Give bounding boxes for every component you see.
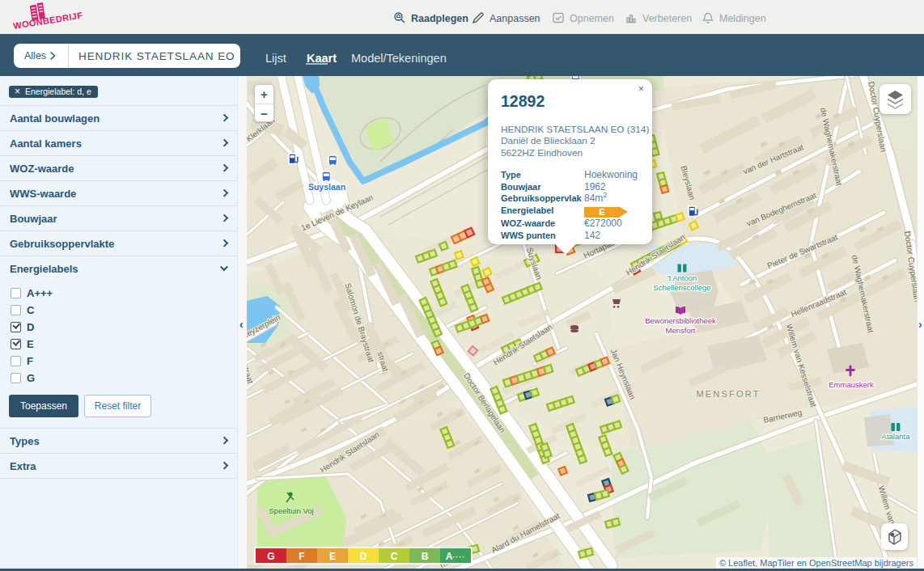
- svg-text:Schellenscollege: Schellenscollege: [653, 283, 710, 292]
- svg-text:Suyslaan: Suyslaan: [308, 182, 345, 192]
- svg-text:Emmauskerk: Emmauskerk: [829, 380, 874, 389]
- svg-text:'t Antoon: 't Antoon: [668, 273, 697, 282]
- svg-text:Bewonersbibliotheek: Bewonersbibliotheek: [645, 316, 716, 325]
- svg-text:Mensfort: Mensfort: [666, 326, 696, 335]
- svg-text:Atalanta: Atalanta: [882, 432, 911, 441]
- svg-text:Speeltuin Voj: Speeltuin Voj: [269, 506, 313, 515]
- svg-text:WOONBEDRIJF: WOONBEDRIJF: [12, 11, 83, 31]
- svg-text:MENSFORT: MENSFORT: [696, 389, 760, 399]
